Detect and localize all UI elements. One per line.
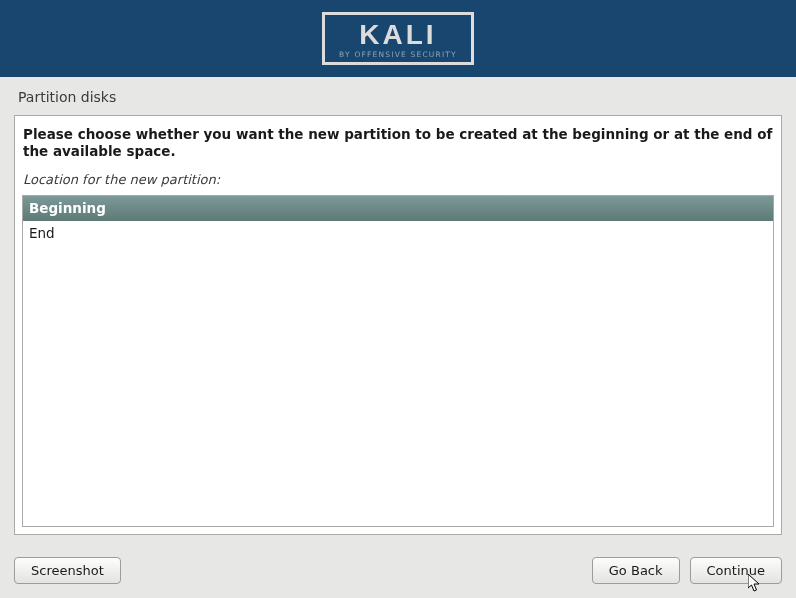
content-box: Please choose whether you want the new p…	[14, 115, 782, 535]
go-back-button[interactable]: Go Back	[592, 557, 680, 584]
screenshot-button[interactable]: Screenshot	[14, 557, 121, 584]
logo-subtitle: BY OFFENSIVE SECURITY	[339, 51, 457, 59]
option-end[interactable]: End	[23, 221, 773, 246]
logo-title: KALI	[339, 21, 457, 49]
instruction-text: Please choose whether you want the new p…	[15, 126, 781, 166]
kali-logo: KALI BY OFFENSIVE SECURITY	[322, 12, 474, 65]
option-beginning[interactable]: Beginning	[23, 196, 773, 221]
continue-button[interactable]: Continue	[690, 557, 782, 584]
option-list: Beginning End	[22, 195, 774, 527]
header-banner: KALI BY OFFENSIVE SECURITY	[0, 0, 796, 77]
page-title: Partition disks	[0, 77, 796, 115]
button-bar: Screenshot Go Back Continue	[0, 557, 796, 584]
sub-label: Location for the new partition:	[15, 166, 781, 191]
